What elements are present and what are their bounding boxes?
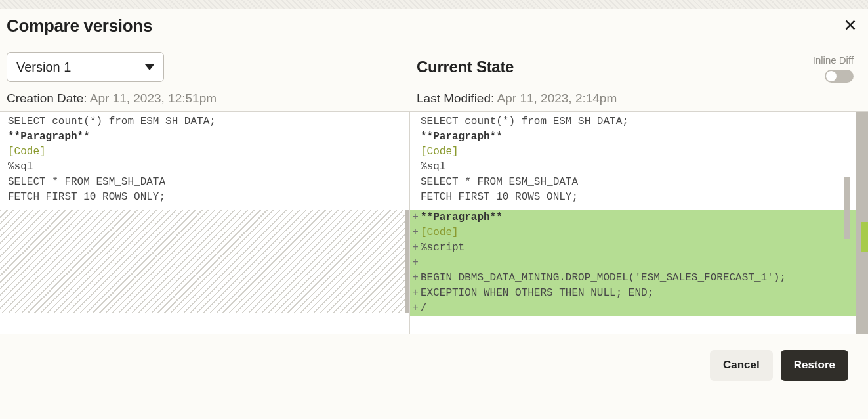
right-diff-pane[interactable]: SELECT count(*) from ESM_SH_DATA; **Para… (410, 112, 868, 334)
overview-ruler-marker[interactable] (861, 222, 868, 252)
plus-icon: + (410, 210, 421, 225)
creation-date-value: Apr 11, 2023, 12:51pm (90, 91, 217, 105)
close-button[interactable] (843, 18, 858, 35)
creation-date-line: Creation Date: Apr 11, 2023, 12:51pm (7, 91, 417, 106)
meta-row: Version 1 Creation Date: Apr 11, 2023, 1… (0, 41, 868, 112)
code-line: %sql (410, 160, 868, 175)
added-line: +[Code] (410, 225, 868, 240)
code-line: %script (421, 240, 868, 255)
added-line: + (410, 255, 868, 271)
code-line: BEGIN DBMS_DATA_MINING.DROP_MODEL('ESM_S… (421, 271, 868, 286)
secondary-scroll-track[interactable] (844, 177, 850, 239)
last-modified-line: Last Modified: Apr 11, 2023, 2:14pm (417, 91, 861, 106)
inline-diff-control: Inline Diff (813, 55, 854, 83)
plus-icon: + (410, 225, 421, 240)
compare-versions-dialog: Compare versions Version 1 Creation Date… (0, 9, 868, 397)
added-line: +**Paragraph** (410, 210, 868, 225)
current-state-heading: Current State (417, 52, 861, 82)
code-line: SELECT * FROM ESM_SH_DATA (410, 175, 868, 190)
paragraph-heading: **Paragraph** (410, 129, 868, 144)
code-line: FETCH FIRST 10 ROWS ONLY; (8, 190, 402, 205)
plus-icon: + (410, 255, 421, 271)
code-tag: [Code] (410, 144, 868, 160)
version-select-value: Version 1 (16, 60, 71, 75)
restore-button[interactable]: Restore (781, 350, 848, 381)
dialog-footer: Cancel Restore (0, 334, 868, 397)
close-icon (843, 18, 858, 32)
code-line (421, 255, 868, 271)
left-meta-column: Version 1 Creation Date: Apr 11, 2023, 1… (7, 52, 417, 106)
creation-date-label: Creation Date: (7, 91, 87, 105)
plus-icon: + (410, 301, 421, 316)
added-line: +/ (410, 301, 868, 316)
plus-icon: + (410, 240, 421, 255)
decorative-top-texture (0, 0, 868, 9)
code-line: SELECT * FROM ESM_SH_DATA (8, 175, 402, 190)
added-line: +%script (410, 240, 868, 255)
added-line: +EXCEPTION WHEN OTHERS THEN NULL; END; (410, 286, 868, 301)
code-line: FETCH FIRST 10 ROWS ONLY; (410, 190, 868, 205)
code-line: / (421, 301, 868, 316)
paragraph-heading: **Paragraph** (8, 129, 402, 144)
code-line: SELECT count(*) from ESM_SH_DATA; (8, 114, 402, 129)
left-diff-pane[interactable]: SELECT count(*) from ESM_SH_DATA; **Para… (0, 112, 410, 334)
code-line: EXCEPTION WHEN OTHERS THEN NULL; END; (421, 286, 868, 301)
diff-panes: SELECT count(*) from ESM_SH_DATA; **Para… (0, 112, 868, 334)
added-line: +BEGIN DBMS_DATA_MINING.DROP_MODEL('ESM_… (410, 271, 868, 286)
last-modified-label: Last Modified: (417, 91, 494, 105)
chevron-down-icon (145, 64, 154, 70)
inline-diff-label: Inline Diff (813, 55, 854, 66)
paragraph-heading: **Paragraph** (421, 210, 868, 225)
spacer (410, 205, 868, 210)
plus-icon: + (410, 286, 421, 301)
code-tag: [Code] (8, 144, 402, 160)
right-meta-column: Current State Last Modified: Apr 11, 202… (417, 52, 861, 106)
dialog-header: Compare versions (0, 9, 868, 41)
code-line: SELECT count(*) from ESM_SH_DATA; (410, 114, 868, 129)
code-line: %sql (8, 160, 402, 175)
dialog-title: Compare versions (7, 16, 152, 36)
missing-block-placeholder (0, 210, 410, 313)
code-tag: [Code] (421, 225, 868, 240)
added-diff-block: +**Paragraph** +[Code] +%script + +BEGIN… (410, 210, 868, 316)
plus-icon: + (410, 271, 421, 286)
last-modified-value: Apr 11, 2023, 2:14pm (497, 91, 617, 105)
version-select[interactable]: Version 1 (7, 52, 164, 82)
inline-diff-toggle[interactable] (825, 70, 854, 83)
cancel-button[interactable]: Cancel (710, 350, 773, 381)
